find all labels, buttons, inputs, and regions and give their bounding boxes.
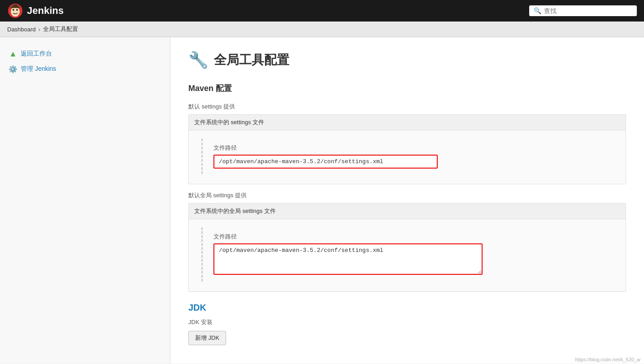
default-settings-field-label: 文件路径 — [213, 144, 608, 152]
default-global-settings-header: 文件系统中的全局 settings 文件 — [189, 204, 626, 219]
breadcrumb-separator: › — [39, 26, 40, 33]
page-title: 全局工具配置 — [214, 52, 289, 69]
logo: Jenkins — [7, 3, 529, 19]
footer-note: https://blog.csdn.net/k_520_w — [575, 357, 640, 362]
default-global-settings-subgroup: 文件路径 /opt/maven/apache-maven-3.5.2/conf/… — [201, 227, 613, 282]
default-global-settings-field-label: 文件路径 — [213, 233, 608, 241]
sidebar-label-return: 返回工作台 — [21, 50, 52, 58]
svg-point-2 — [13, 9, 14, 11]
up-arrow-icon: ▲ — [9, 50, 17, 58]
breadcrumb-current: 全局工具配置 — [43, 25, 78, 33]
default-settings-group: 文件系统中的 settings 文件 文件路径 — [188, 114, 626, 184]
main-content: 🔧 全局工具配置 Maven 配置 默认 settings 提供 文件系统中的 … — [170, 37, 644, 364]
default-global-settings-group: 文件系统中的全局 settings 文件 文件路径 /opt/maven/apa… — [188, 203, 626, 292]
search-box[interactable]: 🔍 — [529, 5, 637, 16]
app-title: Jenkins — [27, 5, 64, 17]
add-jdk-button[interactable]: 新增 JDK — [188, 331, 226, 345]
app-header: Jenkins 🔍 — [0, 0, 644, 22]
sidebar: ▲ 返回工作台 ⚙️ 管理 Jenkins — [0, 37, 170, 364]
default-global-settings-input[interactable]: /opt/maven/apache-maven-3.5.2/conf/setti… — [213, 243, 483, 275]
default-settings-input[interactable] — [213, 155, 438, 169]
sidebar-label-manage: 管理 Jenkins — [21, 65, 56, 73]
maven-config-section: Maven 配置 默认 settings 提供 文件系统中的 settings … — [188, 83, 626, 292]
tools-icon: 🔧 — [188, 51, 209, 69]
default-settings-header: 文件系统中的 settings 文件 — [189, 115, 626, 130]
gear-icon: ⚙️ — [9, 65, 17, 73]
breadcrumb: Dashboard › 全局工具配置 — [0, 22, 644, 37]
jdk-install-label: JDK 安装 — [188, 318, 626, 326]
jdk-section-title: JDK — [188, 303, 626, 313]
default-settings-subgroup: 文件路径 — [201, 139, 613, 174]
page-layout: ▲ 返回工作台 ⚙️ 管理 Jenkins 🔧 全局工具配置 Maven 配置 … — [0, 37, 644, 364]
sidebar-item-return-workspace[interactable]: ▲ 返回工作台 — [0, 46, 170, 61]
default-settings-label: 默认 settings 提供 — [188, 103, 626, 111]
sidebar-item-manage-jenkins[interactable]: ⚙️ 管理 Jenkins — [0, 61, 170, 77]
jenkins-logo-icon — [7, 3, 23, 19]
svg-point-1 — [11, 7, 20, 17]
svg-rect-4 — [13, 4, 17, 6]
page-title-block: 🔧 全局工具配置 — [188, 51, 626, 69]
search-icon: 🔍 — [534, 7, 541, 14]
search-input[interactable] — [544, 7, 632, 14]
default-global-settings-label: 默认全局 settings 提供 — [188, 191, 626, 199]
jdk-section: JDK JDK 安装 新增 JDK — [188, 303, 626, 345]
svg-point-3 — [16, 9, 18, 11]
breadcrumb-home[interactable]: Dashboard — [7, 26, 36, 33]
maven-section-title: Maven 配置 — [188, 83, 626, 95]
